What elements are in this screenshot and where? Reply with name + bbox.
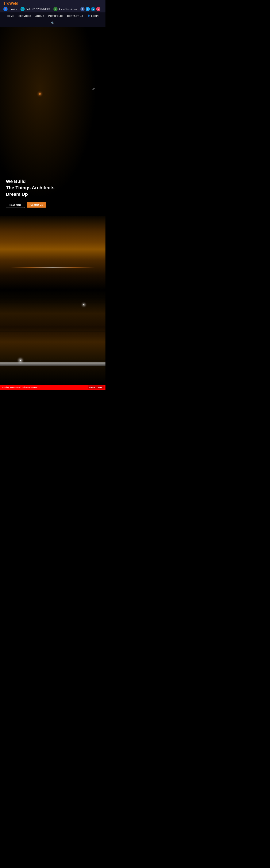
hero-section: ✏ We Build The Things Architects Dream U… xyxy=(0,27,105,216)
login-label: LOGIN xyxy=(91,15,99,17)
phone-info[interactable]: 📞 Call : +01 12345678990 xyxy=(21,7,50,11)
email-info[interactable]: ✉ demo@gmail.com xyxy=(53,7,77,11)
nav-portfolio[interactable]: PORTFOLIO xyxy=(48,15,63,17)
user-icon: 👤 xyxy=(87,14,90,17)
metal-bar xyxy=(0,362,105,366)
nav-login[interactable]: 👤 LOGIN xyxy=(87,14,99,17)
brand-logo[interactable]: TroWeld xyxy=(3,1,18,6)
phone-icon: 📞 xyxy=(21,7,25,11)
location-label: Location xyxy=(9,8,18,10)
hero-title: We Build The Things Architects Dream Up xyxy=(6,178,100,198)
brand-name-part2: Weld xyxy=(9,1,18,5)
top-bar-info: 📍 Location 📞 Call : +01 12345678990 ✉ de… xyxy=(3,7,101,11)
nav-home[interactable]: HOME xyxy=(7,15,14,17)
main-nav: HOME SERVICES ABOUT PORTFOLIO CONTACT US… xyxy=(0,12,105,27)
twitter-icon[interactable]: t xyxy=(86,7,90,11)
hero-title-line1: We Build xyxy=(6,179,26,184)
warning-bar: Warning: A non-numeric value encountered… xyxy=(0,384,105,390)
email-label: demo@gmail.com xyxy=(59,8,77,10)
linkedin-icon[interactable]: in xyxy=(91,7,95,11)
hero-buttons: Read More Contact Us xyxy=(6,202,100,208)
hero-title-line3: Dream Up xyxy=(6,192,28,197)
image-section-1 xyxy=(0,216,105,290)
email-icon: ✉ xyxy=(53,7,58,11)
location-icon: 📍 xyxy=(3,7,7,11)
warning-text: Warning: A non-numeric value encountered… xyxy=(2,386,88,389)
facebook-icon[interactable]: f xyxy=(80,7,85,11)
location-info: 📍 Location xyxy=(3,7,18,11)
nav-about[interactable]: ABOUT xyxy=(35,15,44,17)
social-icons: f t in p xyxy=(80,7,101,11)
pay-today-button[interactable]: PAY IT TODAY xyxy=(88,385,104,389)
spark-icon xyxy=(39,93,41,95)
nav-services[interactable]: SERVICES xyxy=(19,15,31,17)
instagram-icon[interactable]: p xyxy=(96,7,101,11)
spark-2-icon xyxy=(20,360,21,361)
read-more-button[interactable]: Read More xyxy=(6,202,25,208)
metal-texture-2 xyxy=(0,290,105,384)
brand-name-part1: Tro xyxy=(3,1,9,5)
contact-us-button[interactable]: Contact Us xyxy=(27,202,46,208)
top-bar: TroWeld 📍 Location 📞 Call : +01 12345678… xyxy=(0,0,105,12)
search-icon[interactable]: 🔍 xyxy=(51,22,54,25)
hero-title-line2: The Things Architects xyxy=(6,185,54,190)
hero-content: We Build The Things Architects Dream Up … xyxy=(6,178,100,208)
image-section-2 xyxy=(0,290,105,384)
phone-label: Call : +01 12345678990 xyxy=(26,8,50,10)
nav-contact[interactable]: CONTACT US xyxy=(67,15,83,17)
spark-3-icon xyxy=(83,304,84,305)
metal-texture-1 xyxy=(0,216,105,290)
light-streak-1 xyxy=(10,267,95,268)
